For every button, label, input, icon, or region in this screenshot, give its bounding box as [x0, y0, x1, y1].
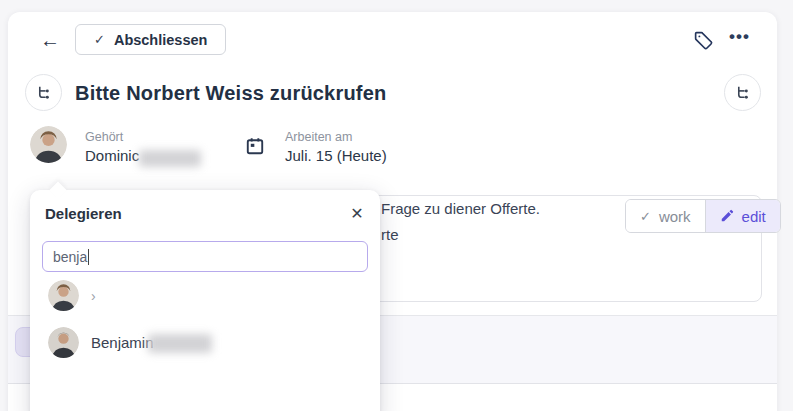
- user-avatar: [48, 327, 79, 358]
- note-text-line1: Frage zu diener Offerte.: [381, 200, 540, 217]
- work-date-label: Arbeiten am: [285, 130, 352, 144]
- text-caret: [88, 249, 89, 265]
- note-text-line2: rte: [381, 226, 399, 243]
- subtask-tree-button-left[interactable]: [25, 74, 62, 111]
- delegate-search-input[interactable]: benja: [42, 241, 368, 272]
- delegate-popup: Delegieren ✕ benja ›: [30, 190, 380, 411]
- close-icon: ✕: [350, 205, 363, 222]
- user-lastname-redacted: [148, 334, 212, 353]
- more-menu-button[interactable]: •••: [723, 22, 753, 52]
- close-popup-button[interactable]: ✕: [342, 198, 372, 228]
- edit-mode-label: edit: [742, 208, 766, 225]
- pencil-icon: [720, 209, 734, 223]
- app-screen: ← ✓ Abschliessen •••: [0, 0, 793, 411]
- user-name: Benjamin: [91, 334, 154, 351]
- subtask-tree-button-right[interactable]: [724, 74, 761, 111]
- check-icon: ✓: [94, 32, 105, 47]
- user-avatar: [48, 280, 79, 311]
- owner-avatar[interactable]: [30, 126, 67, 163]
- back-button[interactable]: ←: [36, 26, 64, 54]
- delegate-user-row[interactable]: ›: [30, 280, 380, 311]
- complete-task-label: Abschliessen: [114, 32, 208, 48]
- calendar-icon: [245, 136, 265, 156]
- work-date-value: Juli. 15 (Heute): [285, 147, 387, 164]
- edit-mode-button[interactable]: edit: [706, 200, 780, 232]
- owner-lastname-redacted: [139, 150, 201, 167]
- ellipsis-icon: •••: [729, 27, 750, 46]
- task-title: Bitte Norbert Weiss zurückrufen: [75, 82, 386, 105]
- owner-name: Dominic: [85, 147, 139, 164]
- owner-label: Gehört: [85, 130, 123, 144]
- complete-task-button[interactable]: ✓ Abschliessen: [75, 24, 226, 55]
- work-mode-label: work: [659, 208, 691, 225]
- tag-icon: [693, 30, 714, 51]
- delegate-popup-title: Delegieren: [45, 205, 122, 222]
- note-mode-toggle: ✓ work edit: [625, 199, 781, 233]
- subtask-tree-icon: [35, 84, 52, 101]
- user-name-fragment: ›: [91, 288, 96, 304]
- check-icon: ✓: [640, 209, 651, 224]
- work-mode-button[interactable]: ✓ work: [626, 200, 706, 232]
- tag-button[interactable]: [690, 27, 716, 53]
- subtask-tree-icon: [734, 84, 751, 101]
- back-arrow-icon: ←: [40, 29, 60, 52]
- delegate-search-value: benja: [53, 249, 87, 265]
